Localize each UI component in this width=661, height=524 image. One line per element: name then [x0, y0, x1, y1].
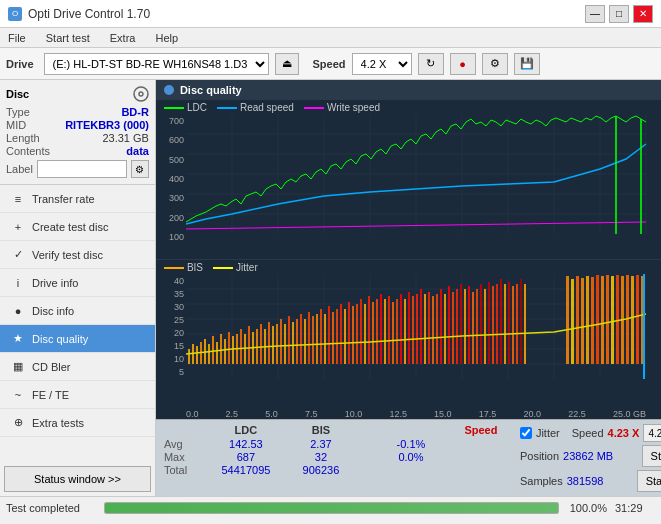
- svg-rect-67: [308, 312, 310, 364]
- svg-rect-121: [524, 284, 526, 364]
- svg-rect-77: [348, 302, 350, 364]
- content-area: Disc quality LDC Read speed: [156, 80, 661, 496]
- svg-rect-97: [428, 292, 430, 364]
- save-button[interactable]: 💾: [514, 53, 540, 75]
- avg-jitter: -0.1%: [376, 438, 446, 450]
- nav-cd-bler[interactable]: ▦ CD Bler: [0, 353, 155, 381]
- legend-ldc: LDC: [164, 102, 207, 113]
- svg-rect-59: [276, 324, 278, 364]
- drive-select[interactable]: (E:) HL-DT-ST BD-RE WH16NS48 1.D3: [44, 53, 269, 75]
- svg-rect-107: [468, 286, 470, 364]
- svg-rect-136: [636, 275, 639, 364]
- bottom-chart-svg: [186, 274, 646, 379]
- nav-create-test[interactable]: + Create test disc: [0, 213, 155, 241]
- svg-rect-88: [392, 302, 394, 364]
- svg-rect-79: [356, 304, 358, 364]
- nav-cd-bler-label: CD Bler: [32, 361, 71, 373]
- svg-rect-64: [296, 319, 298, 364]
- svg-rect-94: [416, 294, 418, 364]
- svg-rect-75: [340, 304, 342, 364]
- sidebar: Disc Type BD-R MID RITEKBR3 (000) Length…: [0, 80, 156, 496]
- verify-test-icon: ✓: [10, 247, 26, 263]
- svg-point-0: [134, 87, 148, 101]
- record-button[interactable]: ●: [450, 53, 476, 75]
- main-layout: Disc Type BD-R MID RITEKBR3 (000) Length…: [0, 80, 661, 496]
- drive-info-icon: i: [10, 275, 26, 291]
- menu-help[interactable]: Help: [151, 32, 182, 44]
- legend-read-speed: Read speed: [217, 102, 294, 113]
- svg-rect-92: [408, 292, 410, 364]
- window-controls[interactable]: — □ ✕: [585, 5, 653, 23]
- svg-rect-108: [472, 292, 474, 364]
- cd-bler-icon: ▦: [10, 359, 26, 375]
- start-part-button[interactable]: Start part: [637, 470, 661, 492]
- svg-rect-93: [412, 296, 414, 364]
- progress-fill: [105, 503, 558, 513]
- progressbar-area: Test completed 100.0% 31:29: [0, 496, 661, 518]
- jitter-checkbox[interactable]: [520, 427, 532, 439]
- svg-rect-45: [220, 334, 222, 364]
- jitter-label: Jitter: [536, 427, 560, 439]
- svg-rect-54: [256, 329, 258, 364]
- svg-rect-127: [591, 277, 594, 364]
- svg-rect-52: [248, 326, 250, 364]
- svg-rect-110: [480, 284, 482, 364]
- max-bis: 32: [286, 451, 356, 463]
- disc-mid-row: MID RITEKBR3 (000): [6, 119, 149, 131]
- svg-rect-69: [316, 314, 318, 364]
- svg-rect-57: [268, 322, 270, 364]
- svg-rect-74: [336, 309, 338, 364]
- stats-table: LDC BIS Speed Avg 142.53 2.37 -0.1% Max …: [164, 424, 516, 476]
- disc-info-icon: ●: [10, 303, 26, 319]
- eject-button[interactable]: ⏏: [275, 53, 299, 75]
- nav-disc-info[interactable]: ● Disc info: [0, 297, 155, 325]
- type-value: BD-R: [121, 106, 149, 118]
- nav-drive-info[interactable]: i Drive info: [0, 269, 155, 297]
- svg-rect-111: [484, 289, 486, 364]
- speed-stat-label: Speed: [572, 427, 604, 439]
- label-input[interactable]: [37, 160, 127, 178]
- app-title: Opti Drive Control 1.70: [28, 7, 150, 21]
- status-window-button[interactable]: Status window >>: [4, 466, 151, 492]
- svg-rect-58: [272, 326, 274, 364]
- stats-right: Jitter Speed 4.23 X 4.2 X Position 23862…: [520, 424, 661, 492]
- label-button[interactable]: ⚙: [131, 160, 149, 178]
- svg-rect-128: [596, 275, 599, 364]
- fe-te-icon: ~: [10, 387, 26, 403]
- avg-label: Avg: [164, 438, 206, 450]
- legend-ldc-label: LDC: [187, 102, 207, 113]
- svg-rect-125: [581, 278, 584, 364]
- nav-fe-te[interactable]: ~ FE / TE: [0, 381, 155, 409]
- svg-rect-72: [328, 306, 330, 364]
- nav-transfer-rate[interactable]: ≡ Transfer rate: [0, 185, 155, 213]
- content-title: Disc quality: [180, 84, 242, 96]
- menu-start-test[interactable]: Start test: [42, 32, 94, 44]
- svg-rect-114: [496, 284, 498, 364]
- maximize-button[interactable]: □: [609, 5, 629, 23]
- menubar: File Start test Extra Help: [0, 28, 661, 48]
- progress-percent: 100.0%: [567, 502, 607, 514]
- nav-verify-test[interactable]: ✓ Verify test disc: [0, 241, 155, 269]
- start-full-button[interactable]: Start full: [642, 445, 661, 467]
- svg-rect-43: [212, 336, 214, 364]
- total-ldc: 54417095: [206, 464, 286, 476]
- nav-disc-quality[interactable]: ★ Disc quality: [0, 325, 155, 353]
- refresh-button[interactable]: ↻: [418, 53, 444, 75]
- svg-rect-105: [460, 284, 462, 364]
- svg-rect-60: [280, 319, 282, 364]
- menu-file[interactable]: File: [4, 32, 30, 44]
- svg-rect-76: [344, 309, 346, 364]
- settings-button[interactable]: ⚙: [482, 53, 508, 75]
- progress-time: 31:29: [615, 502, 655, 514]
- disc-title: Disc: [6, 88, 29, 100]
- nav-extra-tests-label: Extra tests: [32, 417, 84, 429]
- menu-extra[interactable]: Extra: [106, 32, 140, 44]
- nav-extra-tests[interactable]: ⊕ Extra tests: [0, 409, 155, 437]
- nav-fe-te-label: FE / TE: [32, 389, 69, 401]
- minimize-button[interactable]: —: [585, 5, 605, 23]
- nav-disc-quality-label: Disc quality: [32, 333, 88, 345]
- speed-select[interactable]: 4.2 X: [352, 53, 412, 75]
- speed-select2[interactable]: 4.2 X: [643, 424, 661, 442]
- close-button[interactable]: ✕: [633, 5, 653, 23]
- svg-rect-50: [240, 329, 242, 364]
